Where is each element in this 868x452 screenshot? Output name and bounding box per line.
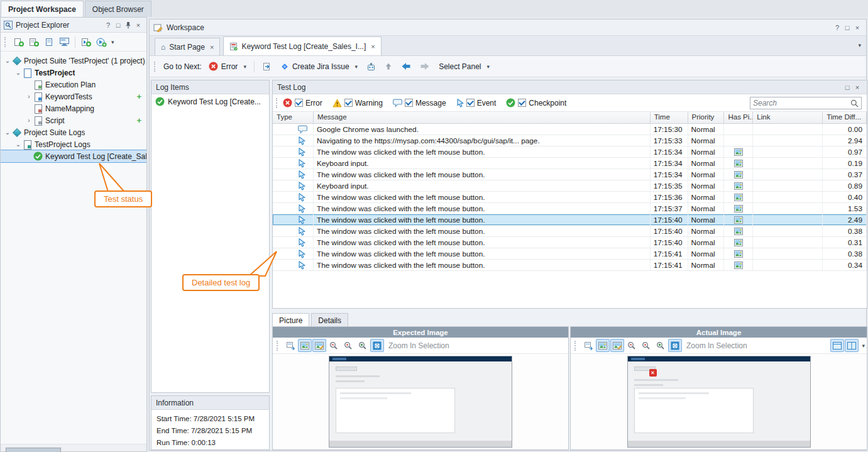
add-icon[interactable]: + xyxy=(136,92,146,101)
run-selected-button[interactable] xyxy=(79,35,94,50)
expected-image-thumbnail[interactable] xyxy=(329,356,512,448)
checkpoint-checkbox[interactable] xyxy=(518,99,526,107)
object-browser-button[interactable] xyxy=(57,35,72,50)
help-icon[interactable]: ? xyxy=(103,20,113,30)
picture-icon[interactable] xyxy=(734,216,743,224)
compare-view-button[interactable] xyxy=(845,339,859,352)
filter-error[interactable]: Error xyxy=(283,98,322,107)
zoom-out-button[interactable] xyxy=(625,339,639,352)
view-layout-button[interactable] xyxy=(830,339,844,352)
picture-icon[interactable] xyxy=(734,160,743,167)
toolbar-grip[interactable] xyxy=(276,98,279,108)
horizontal-scrollbar[interactable] xyxy=(1,444,146,451)
log-row[interactable]: Keyboard input.17:15:35Normal0.89 xyxy=(273,180,867,192)
zoom-in-button[interactable] xyxy=(654,339,667,352)
toolbar-grip[interactable] xyxy=(4,37,8,47)
log-row[interactable]: Keyboard input.17:15:34Normal0.19 xyxy=(273,158,867,169)
expected-image-viewer[interactable] xyxy=(273,354,568,449)
forward-button[interactable] xyxy=(415,59,434,74)
close-tab-icon[interactable]: × xyxy=(210,43,214,51)
tree-item-testproject[interactable]: ⌄TestProject xyxy=(1,67,146,79)
message-checkbox[interactable] xyxy=(405,99,413,107)
chevron-collapsed-icon[interactable]: › xyxy=(25,117,33,124)
log-row[interactable]: The window was clicked with the left mou… xyxy=(273,214,867,226)
chevron-expanded-icon[interactable]: ⌄ xyxy=(14,69,23,76)
picture-icon[interactable] xyxy=(734,182,743,190)
tree-item-project-suite-logs[interactable]: ⌄Project Suite Logs xyxy=(1,126,146,138)
picture-icon[interactable] xyxy=(734,194,743,201)
picture-icon[interactable] xyxy=(734,228,743,235)
zoom-in-button[interactable] xyxy=(356,339,370,352)
show-image-toggle[interactable] xyxy=(596,339,610,352)
tab-list-icon[interactable]: ▾ xyxy=(858,42,861,48)
chevron-expanded-icon[interactable]: ⌄ xyxy=(14,141,23,148)
picture-icon[interactable] xyxy=(734,148,743,156)
select-panel-button[interactable]: Select Panel ▾ xyxy=(434,59,494,74)
log-row[interactable]: The window was clicked with the left mou… xyxy=(273,203,867,214)
actual-image-thumbnail[interactable]: × xyxy=(627,356,811,448)
warning-checkbox[interactable] xyxy=(344,99,353,107)
column-header-time[interactable]: Time xyxy=(651,112,688,123)
log-row[interactable]: The window was clicked with the left mou… xyxy=(273,226,867,237)
log-row[interactable]: The window was clicked with the left mou… xyxy=(273,260,867,271)
search-icon[interactable] xyxy=(850,99,859,107)
filter-warning[interactable]: Warning xyxy=(332,99,383,107)
tree-item-keyword-test-log-create-sales[interactable]: Keyword Test Log [Create_Sales xyxy=(1,150,146,162)
log-row[interactable]: The window was clicked with the left mou… xyxy=(273,237,867,248)
chevron-expanded-icon[interactable]: ⌄ xyxy=(3,129,12,136)
tree-item-script[interactable]: ›Script+ xyxy=(1,114,146,126)
run-project-button[interactable] xyxy=(94,35,109,50)
actual-image-viewer[interactable]: × xyxy=(571,354,867,449)
column-header-message[interactable]: Message xyxy=(314,112,651,123)
scrollbar-thumb[interactable] xyxy=(6,448,61,452)
copy-image-button[interactable] xyxy=(283,339,297,352)
create-jira-issue-button[interactable]: Create Jira Issue ▾ xyxy=(276,59,362,74)
column-header-priority[interactable]: Priority xyxy=(688,112,725,123)
new-file-button[interactable] xyxy=(41,35,57,50)
column-header-type[interactable]: Type xyxy=(273,112,314,123)
chevron-expanded-icon[interactable]: ⌄ xyxy=(3,57,12,64)
toolbar-grip[interactable] xyxy=(277,341,280,351)
log-row[interactable]: The window was clicked with the left mou… xyxy=(273,192,867,203)
export-log-button[interactable] xyxy=(258,59,276,74)
close-icon[interactable]: × xyxy=(852,82,862,92)
up-one-level-button[interactable] xyxy=(380,59,397,74)
tab-start-page[interactable]: ⌂ Start Page × xyxy=(155,38,220,55)
toolbar-grip[interactable] xyxy=(154,62,157,72)
tab-keyword-test-log[interactable]: Keyword Test Log [Create_Sales_I...] × xyxy=(223,36,381,55)
tree-item-execution-plan[interactable]: Execution Plan xyxy=(1,79,146,91)
add-icon[interactable]: + xyxy=(136,116,146,125)
tab-details[interactable]: Details xyxy=(311,313,348,327)
zoom-100-button[interactable] xyxy=(639,339,653,352)
error-checkbox[interactable] xyxy=(295,99,303,107)
picture-icon[interactable] xyxy=(734,205,743,212)
add-existing-item-button[interactable] xyxy=(26,35,41,50)
tab-object-browser[interactable]: Object Browser xyxy=(85,1,151,17)
tree-item-namemapping[interactable]: NameMapping xyxy=(1,102,146,114)
chevron-collapsed-icon[interactable]: › xyxy=(25,93,33,100)
log-row[interactable]: The window was clicked with the left mou… xyxy=(273,248,867,260)
edit-image-button[interactable] xyxy=(610,339,624,352)
filter-checkpoint[interactable]: Checkpoint xyxy=(506,98,566,107)
maximize-icon[interactable]: □ xyxy=(842,82,852,92)
picture-icon[interactable] xyxy=(734,171,743,179)
tab-picture[interactable]: Picture xyxy=(272,313,309,327)
fit-to-window-toggle[interactable] xyxy=(370,339,384,352)
chevron-down-icon[interactable]: ▾ xyxy=(862,343,865,349)
picture-icon[interactable] xyxy=(734,239,743,246)
maximize-icon[interactable]: □ xyxy=(842,23,852,32)
help-icon[interactable]: ? xyxy=(832,23,842,32)
picture-icon[interactable] xyxy=(734,250,743,258)
filter-message[interactable]: Message xyxy=(393,99,446,107)
post-issue-button[interactable] xyxy=(362,59,380,74)
column-header-has-picture[interactable]: Has Pi... xyxy=(724,112,753,123)
column-header-link[interactable]: Link xyxy=(753,112,823,123)
fit-to-window-toggle[interactable] xyxy=(668,339,682,352)
show-image-toggle[interactable] xyxy=(298,339,312,352)
tree-item-keywordtests[interactable]: ›KeywordTests+ xyxy=(1,91,146,102)
maximize-icon[interactable]: □ xyxy=(113,20,123,30)
search-input[interactable] xyxy=(753,99,850,107)
close-icon[interactable]: × xyxy=(852,23,862,32)
event-checkbox[interactable] xyxy=(466,99,475,107)
tab-project-workspace[interactable]: Project Workspace xyxy=(1,1,84,17)
